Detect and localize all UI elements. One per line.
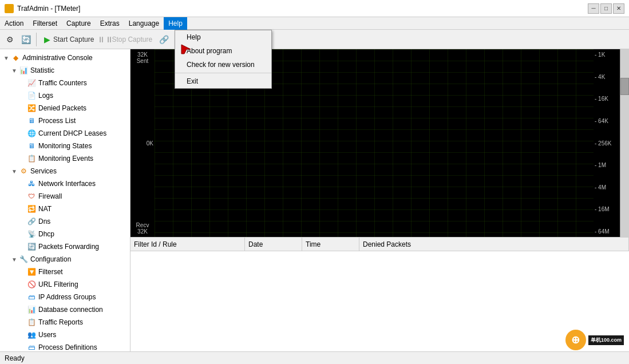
menu-capture[interactable]: Capture	[62, 17, 96, 30]
tree: ▼ ◆ Administrative Console ▼ 📊 Statistic…	[0, 50, 130, 351]
scale-1m: - 1M	[595, 162, 619, 168]
expand-icon-services: ▼	[10, 168, 18, 175]
packets-forwarding-icon: 🔄	[26, 242, 37, 252]
expand-icon-stat: ▼	[10, 68, 18, 74]
menu-help[interactable]: Help	[164, 17, 187, 30]
sidebar-item-traffic-reports[interactable]: 📋 Traffic Reports	[0, 316, 130, 329]
title-bar: TrafAdmin - [TMeter] ─ □ ✕	[0, 0, 629, 17]
col-date: Date	[245, 238, 302, 251]
sidebar-item-monitoring-states[interactable]: 🖥 Monitoring States	[0, 140, 130, 152]
sidebar-item-denied-packets[interactable]: 🔀 Denied Packets	[0, 102, 130, 114]
menu-language[interactable]: Language	[124, 17, 164, 30]
sidebar-item-url-filtering[interactable]: 🚫 URL Filtering	[0, 278, 130, 291]
table-header: Filter Id / Rule Date Time Denied Packet…	[130, 238, 629, 251]
database-label: Database connection	[38, 306, 103, 314]
packets-forwarding-label: Packets Forwarding	[38, 243, 99, 251]
table-body	[130, 251, 629, 351]
monitoring-events-label: Monitoring Events	[38, 155, 93, 163]
window-controls: ─ □ ✕	[588, 3, 624, 14]
sidebar-item-packets-forwarding[interactable]: 🔄 Packets Forwarding	[0, 240, 130, 253]
denied-packets-label: Denied Packets	[38, 104, 86, 112]
window: TrafAdmin - [TMeter] ─ □ ✕ Action Filter…	[0, 0, 629, 364]
start-capture-button[interactable]: ▶ Start Capture	[39, 31, 97, 48]
menu-filterset[interactable]: Filterset	[28, 17, 62, 30]
monitoring-events-icon: 📋	[26, 153, 37, 164]
sidebar-item-database-connection[interactable]: 📊 Database connection	[0, 303, 130, 316]
content-area: 32KSent 0K Recv32K	[130, 49, 629, 351]
monitoring-states-icon: 🖥	[26, 141, 37, 151]
monitoring-states-label: Monitoring States	[38, 142, 92, 150]
help-menu-about[interactable]: About program	[175, 44, 271, 58]
dhcp-icon: 📡	[26, 229, 37, 239]
help-menu-exit[interactable]: Exit	[175, 74, 271, 88]
stop-capture-label: Stop Capture	[112, 35, 152, 43]
network-button[interactable]: 🔗	[156, 31, 171, 48]
sidebar-item-dhcp[interactable]: 📡 Dhcp	[0, 228, 130, 240]
graph-label-sent: 32KSent	[132, 52, 153, 64]
network-interfaces-icon: 🖧	[26, 179, 37, 189]
menu-bar: Action Filterset Capture Extras Language…	[0, 17, 629, 30]
sidebar-item-dns[interactable]: 🔗 Dns	[0, 215, 130, 228]
sidebar-item-logs[interactable]: 📄 Logs	[0, 89, 130, 102]
process-list-label: Process List	[38, 117, 76, 125]
configuration-icon: 🔧	[18, 254, 29, 264]
menu-extras[interactable]: Extras	[96, 17, 124, 30]
sidebar-item-nat[interactable]: 🔁 NAT	[0, 203, 130, 215]
sidebar-item-firewall[interactable]: 🛡 Firewall	[0, 190, 130, 203]
scale-256k: - 256K	[595, 140, 619, 147]
dhcp-leases-label: Current DHCP Leases	[38, 129, 106, 137]
process-def-label: Process Definitions	[38, 343, 97, 351]
scale-16k: - 16K	[595, 96, 619, 102]
stop-capture-button[interactable]: ⏸⏸ Stop Capture	[98, 31, 155, 48]
sidebar-item-filterset[interactable]: 🔽 Filterset	[0, 266, 130, 278]
pause-icon: ⏸⏸	[101, 35, 110, 44]
logs-icon: 📄	[26, 90, 37, 101]
url-filtering-label: URL Filtering	[38, 280, 78, 288]
sidebar-item-traffic-counters[interactable]: 📈 Traffic Counters	[0, 77, 130, 89]
nat-icon: 🔁	[26, 204, 37, 214]
toolbar-sep-1	[36, 33, 37, 46]
dns-icon: 🔗	[26, 216, 37, 227]
sidebar-item-configuration[interactable]: ▼ 🔧 Configuration	[0, 253, 130, 266]
sidebar-item-admin-console[interactable]: ▼ ◆ Administrative Console	[0, 52, 130, 64]
sidebar-item-users[interactable]: 👥 Users	[0, 329, 130, 341]
services-label: Services	[30, 167, 57, 175]
logs-label: Logs	[38, 92, 53, 100]
traffic-counters-icon: 📈	[26, 78, 37, 88]
sidebar-item-statistic[interactable]: ▼ 📊 Statistic	[0, 64, 130, 77]
col-denied-packets: Denied Packets	[359, 238, 629, 251]
minimize-button[interactable]: ─	[588, 3, 599, 14]
settings-button[interactable]: ⚙	[2, 31, 17, 48]
sidebar-item-process-definitions[interactable]: 🗃 Process Definitions	[0, 341, 130, 351]
users-label: Users	[38, 331, 56, 339]
sidebar-item-monitoring-events[interactable]: 📋 Monitoring Events	[0, 152, 130, 165]
users-icon: 👥	[26, 330, 37, 340]
sidebar-item-network-interfaces[interactable]: 🖧 Network Interfaces	[0, 177, 130, 190]
expand-icon: ▼	[2, 55, 10, 61]
scale-64k: - 64K	[595, 118, 619, 124]
filterset-label: Filterset	[38, 268, 63, 276]
help-dropdown-menu: Help About program Check for new version…	[175, 30, 272, 89]
scrollbar-thumb[interactable]	[620, 78, 629, 95]
sidebar-item-process-list[interactable]: 🖥 Process List	[0, 114, 130, 127]
firewall-label: Firewall	[38, 192, 62, 200]
graph-left-labels: 32KSent 0K Recv32K	[130, 49, 155, 237]
refresh-button[interactable]: 🔄	[18, 31, 33, 48]
configuration-label: Configuration	[30, 255, 71, 263]
help-menu-separator	[175, 73, 271, 73]
settings-icon: ⚙	[5, 35, 14, 44]
graph-scrollbar[interactable]	[620, 49, 629, 237]
statistic-label: Statistic	[30, 66, 54, 74]
start-capture-label: Start Capture	[53, 35, 94, 43]
sidebar-item-ip-address-groups[interactable]: 🗃 IP Address Groups	[0, 291, 130, 303]
sidebar-item-services[interactable]: ▼ ⚙ Services	[0, 165, 130, 177]
close-button[interactable]: ✕	[613, 3, 624, 14]
maximize-button[interactable]: □	[600, 3, 612, 14]
scale-4m: - 4M	[595, 184, 619, 191]
help-menu-check[interactable]: Check for new version	[175, 58, 271, 72]
help-menu-help[interactable]: Help	[175, 30, 271, 44]
menu-action[interactable]: Action	[0, 17, 28, 30]
sidebar-item-dhcp-leases[interactable]: 🌐 Current DHCP Leases	[0, 127, 130, 140]
network-icon: 🔗	[159, 35, 168, 44]
process-list-icon: 🖥	[26, 116, 37, 126]
